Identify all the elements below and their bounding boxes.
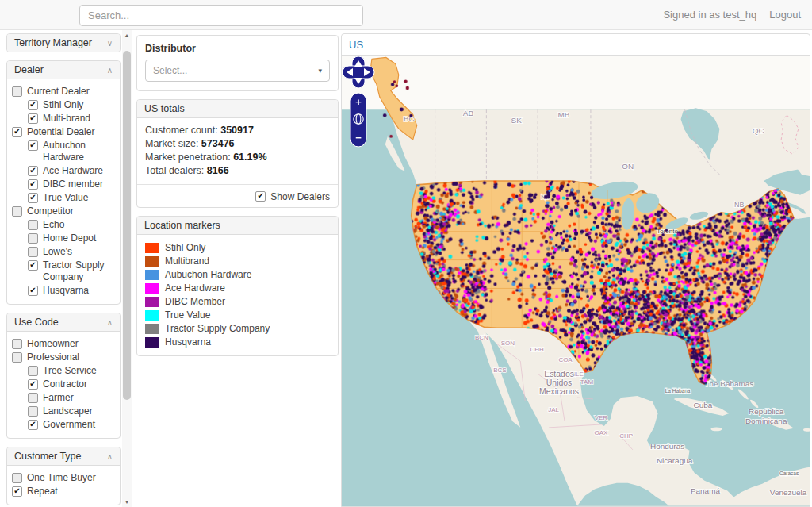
checkbox-label: Lowe's	[43, 246, 72, 258]
checkbox-item[interactable]: ✔ Repeat	[12, 485, 117, 498]
scrollbar-thumb[interactable]	[123, 51, 131, 400]
checkbox[interactable]: ✔	[12, 473, 22, 483]
zoom-out-button[interactable]: −	[355, 132, 362, 144]
checkbox[interactable]: ✔	[28, 179, 38, 190]
panel-dealer: Dealer ∧ ✔ Current Dealer ✔ Stihl Only ✔…	[6, 60, 121, 305]
checkbox-item[interactable]: ✔ Potential Dealer	[12, 125, 117, 139]
checkbox-item[interactable]: ✔ True Value	[12, 191, 117, 205]
checkbox-item[interactable]: ✔ Home Depot	[12, 232, 117, 245]
panel-distributor: Distributor Select... ▾	[136, 35, 339, 91]
checkbox[interactable]: ✔	[12, 352, 22, 363]
checkbox[interactable]: ✔	[28, 286, 38, 296]
total-label: Total dealers:	[145, 165, 207, 176]
checkbox[interactable]: ✔	[28, 260, 38, 271]
checkbox[interactable]: ✔	[28, 100, 38, 110]
checkbox[interactable]: ✔	[28, 140, 38, 151]
checkbox-label: Home Depot	[43, 232, 96, 244]
customer-type-header[interactable]: Customer Type ∧	[7, 447, 120, 466]
legend-item: Tractor Supply Company	[145, 322, 330, 336]
checkbox-item[interactable]: ✔ Ace Hardware	[12, 164, 117, 178]
checkbox-item[interactable]: ✔ Tractor Supply Company	[12, 259, 117, 284]
checkbox[interactable]: ✔	[12, 486, 22, 497]
panel-title: Use Code	[14, 317, 59, 328]
checkbox-item[interactable]: ✔ Current Dealer	[12, 85, 117, 98]
total-row: Customer count: 350917	[145, 124, 330, 137]
zoom-control[interactable]: + −	[350, 93, 366, 147]
dealer-filter-list: ✔ Current Dealer ✔ Stihl Only ✔ Multi-br…	[7, 79, 120, 304]
checkbox-item[interactable]: ✔ Competitor	[12, 205, 117, 218]
legend-item: Aubuchon Hardware	[145, 268, 330, 282]
legend-label: Stihl Only	[165, 241, 205, 255]
checkbox-item[interactable]: ✔ Farmer	[12, 391, 117, 405]
checkbox-item[interactable]: ✔ Homeowner	[12, 337, 117, 351]
checkbox[interactable]: ✔	[28, 366, 38, 376]
checkbox-item[interactable]: ✔ Husqvarna	[12, 284, 117, 298]
chevron-up-icon: ∧	[107, 318, 113, 327]
use-code-header[interactable]: Use Code ∧	[7, 313, 120, 332]
show-dealers-checkbox[interactable]: ✔	[255, 191, 266, 202]
territory-manager-header[interactable]: Territory Manager ∨	[7, 34, 120, 52]
legend-swatch	[145, 310, 159, 321]
pan-control[interactable]	[343, 56, 374, 88]
show-dealers-toggle[interactable]: ✔ Show Dealers	[255, 191, 330, 202]
checkbox-item[interactable]: ✔ Stihl Only	[12, 98, 117, 112]
legend-item: Ace Hardware	[145, 282, 330, 295]
chevron-down-icon: ∨	[107, 39, 113, 48]
panel-territory-manager: Territory Manager ∨	[6, 33, 121, 52]
checkbox-label: True Value	[43, 192, 88, 204]
use-code-filter-list: ✔ Homeowner ✔ Professional ✔ Tree Servic…	[7, 332, 120, 438]
checkbox-item[interactable]: ✔ Professional	[12, 351, 117, 364]
checkbox-item[interactable]: ✔ Lowe's	[12, 245, 117, 259]
sidebar-scrollbar[interactable]: ▲ ▼	[122, 30, 132, 507]
scroll-down-icon[interactable]: ▼	[122, 497, 132, 507]
legend-item: Husqvarna	[145, 336, 330, 349]
checkbox-label: Ace Hardware	[43, 165, 103, 177]
zoom-in-button[interactable]: +	[355, 96, 362, 108]
checkbox[interactable]: ✔	[28, 233, 38, 244]
checkbox-item[interactable]: ✔ Landscaper	[12, 405, 117, 418]
logout-link[interactable]: Logout	[769, 9, 801, 21]
checkbox-item[interactable]: ✔ Echo	[12, 218, 117, 232]
checkbox[interactable]: ✔	[12, 86, 22, 97]
checkbox[interactable]: ✔	[28, 220, 38, 230]
legend-list: Stihl Only Multibrand Aubuchon Hardware …	[137, 235, 338, 355]
chevron-up-icon: ∧	[107, 66, 113, 75]
checkbox-item[interactable]: ✔ Government	[12, 418, 117, 432]
search-input[interactable]	[79, 5, 363, 26]
checkbox[interactable]: ✔	[28, 247, 38, 257]
checkbox[interactable]: ✔	[28, 406, 38, 417]
checkbox[interactable]: ✔	[28, 113, 38, 124]
checkbox-item[interactable]: ✔ Tree Service	[12, 364, 117, 378]
legend-label: Tractor Supply Company	[165, 322, 270, 336]
map-area[interactable]: BCABSKMBONQCNBNDTorontoBCNSONCHHCOANLETA…	[342, 56, 810, 506]
checkbox-item[interactable]: ✔ Multi-brand	[12, 112, 117, 125]
distributor-select[interactable]: Select... ▾	[145, 60, 330, 82]
checkbox-label: Repeat	[27, 486, 58, 497]
breadcrumb-us-link[interactable]: US	[349, 39, 363, 51]
checkbox[interactable]: ✔	[28, 379, 38, 390]
checkbox-item[interactable]: ✔ One Time Buyer	[12, 471, 117, 485]
checkbox[interactable]: ✔	[12, 127, 22, 137]
map-panel: US BCABSKMBONQCNBNDTorontoBCNSONCHHCOANL…	[341, 33, 810, 507]
panel-customer-type: Customer Type ∧ ✔ One Time Buyer ✔ Repea…	[6, 447, 121, 505]
checkbox-label: Landscaper	[43, 405, 93, 417]
total-value: 573476	[201, 138, 235, 149]
legend-item: DIBC Member	[145, 295, 330, 309]
checkbox-item[interactable]: ✔ DIBC member	[12, 178, 117, 191]
checkbox[interactable]: ✔	[12, 339, 22, 349]
checkbox[interactable]: ✔	[28, 420, 38, 430]
checkbox[interactable]: ✔	[12, 206, 22, 217]
checkbox-item[interactable]: ✔ Aubuchon Hardware	[12, 139, 117, 164]
total-row: Market penetration: 61.19%	[145, 151, 330, 164]
checkbox-item[interactable]: ✔ Contractor	[12, 378, 117, 391]
scroll-up-icon[interactable]: ▲	[122, 30, 132, 40]
legend-label: Multibrand	[165, 255, 209, 268]
checkbox-label: One Time Buyer	[27, 472, 96, 484]
dealer-header[interactable]: Dealer ∧	[7, 61, 120, 79]
legend-label: DIBC Member	[165, 295, 225, 309]
checkbox[interactable]: ✔	[28, 193, 38, 203]
map-canvas[interactable]	[342, 56, 810, 506]
checkbox[interactable]: ✔	[28, 393, 38, 403]
checkbox[interactable]: ✔	[28, 166, 38, 176]
total-label: Market size:	[145, 138, 201, 149]
